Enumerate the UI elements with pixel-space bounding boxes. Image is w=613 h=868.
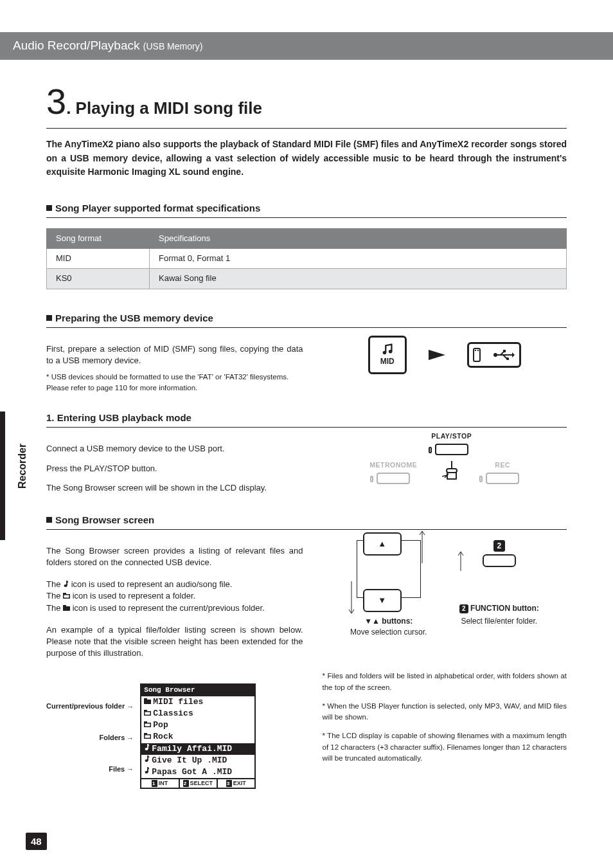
footnote-2: * When the USB Player function is select… (323, 701, 567, 723)
spec-table: Song format Specifications MID Format 0,… (46, 228, 567, 289)
playstop-button-icon (435, 444, 468, 455)
svg-point-32 (145, 748, 148, 750)
hand-press-icon (431, 460, 472, 487)
lcd-row: Family Affai.MID (141, 743, 254, 755)
svg-rect-9 (503, 350, 506, 352)
svg-rect-3 (475, 350, 476, 351)
lcd-title: Song Browser (141, 685, 254, 696)
function-button-icon (483, 554, 516, 567)
side-tab-bar (0, 411, 5, 540)
browser-heading: Song Browser screen (46, 513, 567, 530)
function-number-badge: 2 (493, 540, 505, 552)
lcd-row: Rock (141, 731, 254, 743)
panel-buttons-diagram: METRONOME PLAY/STOP REC (323, 431, 567, 487)
svg-rect-27 (144, 721, 147, 723)
step1-p1: Connect a USB memory device to the USB p… (46, 443, 303, 455)
page-number: 48 (26, 833, 47, 850)
browser-heading-text: Song Browser screen (55, 514, 154, 525)
folder-icon (144, 708, 151, 719)
rec-label: REC (486, 460, 519, 470)
svg-rect-15 (64, 595, 69, 598)
svg-rect-2 (474, 348, 480, 361)
svg-rect-4 (477, 350, 479, 351)
svg-rect-17 (63, 605, 66, 607)
side-tab-label: Recorder (15, 444, 30, 489)
prep-paragraph: First, prepare a selection of MID (SMF) … (46, 343, 303, 366)
usb-drive-icon (467, 342, 521, 368)
folder-up-icon (63, 605, 70, 611)
note-icon (144, 743, 150, 755)
folder-up-icon (144, 696, 151, 708)
mid-to-usb-diagram: MID (323, 336, 567, 374)
table-row: MID Format 0, Format 1 (47, 249, 567, 269)
step1-p3: The Song Browser screen will be shown in… (46, 482, 303, 494)
svg-rect-16 (63, 606, 70, 611)
svg-rect-25 (145, 712, 150, 714)
svg-rect-21 (144, 700, 151, 704)
footnote-3: * The LCD display is capable of showing … (323, 730, 567, 764)
folder-icon (63, 593, 70, 599)
footnote-1: * Files and folders will be listed in al… (323, 671, 567, 693)
browser-p1: The Song Browser screen provides a listi… (46, 545, 303, 568)
svg-rect-14 (63, 593, 66, 595)
metronome-button-icon (377, 473, 410, 484)
function-button-diagram: 2 2 FUNCTION button: Select file/enter f… (459, 540, 539, 627)
prep-heading-text: Preparing the USB memory device (55, 312, 213, 323)
browser-p5: An example of a typical file/folder list… (46, 624, 303, 660)
browser-icon-legend: The icon is used to represent an audio/s… (46, 579, 303, 614)
nav-buttons-diagram: ▲ ▼ ▼▲ buttons: Move selection cursor. (350, 540, 427, 638)
usb-symbol-icon (493, 350, 515, 360)
spec-heading: Song Player supported format specificati… (46, 201, 567, 218)
note-icon (144, 766, 150, 778)
svg-point-12 (64, 584, 67, 587)
col-format: Song format (47, 229, 150, 249)
lcd-row: Papas Got A .MID (141, 766, 254, 778)
svg-point-1 (389, 350, 393, 354)
lcd-row: Give It Up .MID (141, 755, 254, 766)
playstop-label: PLAY/STOP (431, 431, 472, 441)
lcd-label-files: Files → (46, 764, 134, 775)
svg-rect-28 (145, 724, 150, 727)
header-subtitle: (USB Memory) (143, 41, 203, 51)
folder-icon (144, 719, 151, 731)
note-icon (63, 580, 69, 588)
spec-heading-text: Song Player supported format specificati… (55, 203, 260, 213)
nav-caption: ▼▲ buttons: Move selection cursor. (350, 616, 427, 638)
svg-rect-22 (144, 698, 147, 700)
up-button-icon: ▲ (363, 532, 402, 556)
lcd-row: MIDI files (141, 696, 254, 708)
prep-note: * USB devices should be formatted to use… (46, 372, 303, 393)
prep-heading: Preparing the USB memory device (46, 311, 567, 328)
svg-point-0 (382, 351, 386, 355)
header-title: Audio Record/Playback (13, 39, 140, 52)
down-button-icon: ▼ (363, 589, 402, 612)
footnotes: * Files and folders will be listed in al… (323, 671, 567, 764)
folder-icon (144, 731, 151, 743)
intro-paragraph: The AnyTimeX2 piano also supports the pl… (46, 138, 567, 179)
lcd-footer: 1INT 2SELECT 3EXIT (141, 778, 254, 788)
lcd-row: Classics (141, 708, 254, 719)
svg-marker-7 (512, 352, 515, 357)
section-title-row: 3. Playing a MIDI song file (46, 77, 567, 129)
bullet-icon (46, 205, 52, 211)
bullet-icon (46, 517, 52, 523)
step1-p2: Press the PLAY/STOP button. (46, 463, 303, 475)
header-bar: Audio Record/Playback (USB Memory) (0, 32, 613, 60)
mid-file-icon: MID (368, 336, 407, 374)
svg-point-34 (145, 771, 148, 773)
section-number: 3 (46, 81, 66, 122)
col-spec: Specifications (150, 229, 567, 249)
rec-button-icon (486, 473, 519, 484)
table-row: KS0 Kawai Song file (47, 269, 567, 289)
lcd-label-folders: Folders → (46, 733, 134, 743)
step1-heading: 1. Entering USB playback mode (46, 411, 567, 428)
svg-rect-30 (144, 733, 147, 735)
bullet-icon (46, 315, 52, 321)
svg-rect-24 (144, 710, 147, 712)
svg-point-11 (506, 357, 509, 359)
metronome-label: METRONOME (369, 460, 417, 470)
lcd-row: Pop (141, 719, 254, 731)
mid-label: MID (380, 356, 395, 367)
section-title: . Playing a MIDI song file (66, 98, 262, 118)
arrow-right-icon (429, 350, 445, 360)
